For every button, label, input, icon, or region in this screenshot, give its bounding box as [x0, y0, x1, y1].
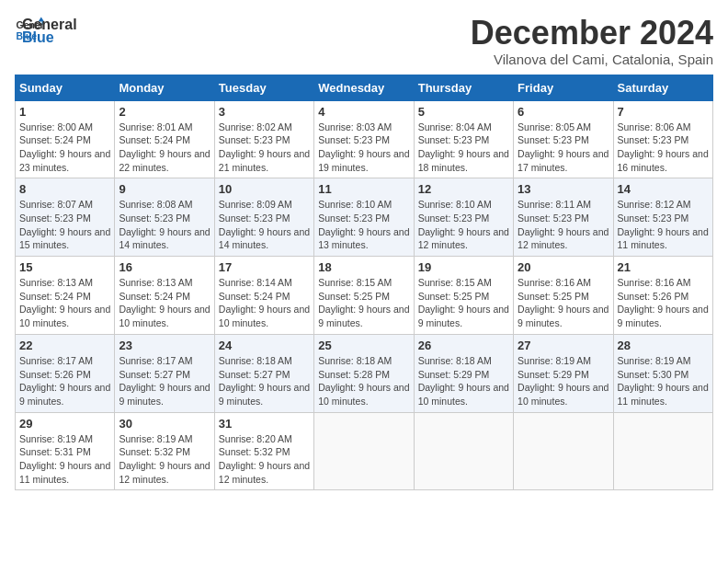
day-number: 20 — [518, 260, 609, 274]
header: General Blue General Blue December 2024 … — [15, 15, 713, 67]
calendar-cell: 4 Sunrise: 8:03 AM Sunset: 5:23 PM Dayli… — [314, 100, 414, 178]
day-info: Sunrise: 8:11 AM Sunset: 5:23 PM Dayligh… — [518, 198, 609, 252]
day-number: 12 — [418, 182, 509, 196]
day-number: 16 — [119, 260, 210, 274]
calendar-cell: 24 Sunrise: 8:18 AM Sunset: 5:27 PM Dayl… — [214, 334, 313, 412]
day-info: Sunrise: 8:03 AM Sunset: 5:23 PM Dayligh… — [318, 121, 409, 175]
day-number: 21 — [618, 260, 709, 274]
day-header-saturday: Saturday — [613, 75, 712, 100]
calendar-cell: 10 Sunrise: 8:09 AM Sunset: 5:23 PM Dayl… — [214, 178, 313, 257]
calendar-week-row: 29 Sunrise: 8:19 AM Sunset: 5:31 PM Dayl… — [16, 412, 713, 490]
month-title: December 2024 — [471, 15, 713, 52]
calendar-cell: 26 Sunrise: 8:18 AM Sunset: 5:29 PM Dayl… — [414, 334, 513, 412]
day-number: 15 — [19, 260, 110, 274]
calendar-cell — [414, 412, 513, 490]
day-number: 27 — [518, 339, 609, 352]
day-number: 18 — [318, 260, 409, 274]
day-number: 10 — [219, 182, 310, 196]
calendar-cell: 6 Sunrise: 8:05 AM Sunset: 5:23 PM Dayli… — [514, 100, 613, 178]
calendar-cell: 2 Sunrise: 8:01 AM Sunset: 5:24 PM Dayli… — [115, 100, 214, 178]
day-number: 17 — [219, 260, 310, 274]
day-number: 9 — [119, 182, 210, 196]
day-info: Sunrise: 8:16 AM Sunset: 5:25 PM Dayligh… — [518, 276, 609, 330]
calendar-cell: 11 Sunrise: 8:10 AM Sunset: 5:23 PM Dayl… — [314, 178, 414, 257]
day-info: Sunrise: 8:13 AM Sunset: 5:24 PM Dayligh… — [119, 276, 210, 330]
day-number: 3 — [219, 105, 310, 119]
calendar-week-row: 15 Sunrise: 8:13 AM Sunset: 5:24 PM Dayl… — [16, 257, 713, 335]
day-info: Sunrise: 8:17 AM Sunset: 5:27 PM Dayligh… — [119, 354, 210, 408]
day-info: Sunrise: 8:01 AM Sunset: 5:24 PM Dayligh… — [119, 121, 210, 175]
day-number: 8 — [19, 182, 110, 196]
day-info: Sunrise: 8:17 AM Sunset: 5:26 PM Dayligh… — [19, 354, 110, 408]
day-info: Sunrise: 8:19 AM Sunset: 5:31 PM Dayligh… — [19, 432, 110, 487]
day-info: Sunrise: 8:19 AM Sunset: 5:32 PM Dayligh… — [119, 432, 210, 487]
day-number: 23 — [119, 339, 210, 352]
day-info: Sunrise: 8:02 AM Sunset: 5:23 PM Dayligh… — [219, 121, 310, 175]
calendar-cell: 15 Sunrise: 8:13 AM Sunset: 5:24 PM Dayl… — [16, 257, 115, 335]
day-number: 4 — [318, 105, 409, 119]
day-header-sunday: Sunday — [16, 75, 115, 100]
day-info: Sunrise: 8:13 AM Sunset: 5:24 PM Dayligh… — [19, 276, 110, 330]
calendar-cell: 5 Sunrise: 8:04 AM Sunset: 5:23 PM Dayli… — [414, 100, 513, 178]
day-header-tuesday: Tuesday — [214, 75, 313, 100]
day-info: Sunrise: 8:04 AM Sunset: 5:23 PM Dayligh… — [418, 121, 509, 175]
day-number: 24 — [219, 339, 310, 352]
day-number: 11 — [318, 182, 409, 196]
calendar-cell: 28 Sunrise: 8:19 AM Sunset: 5:30 PM Dayl… — [613, 334, 712, 412]
day-number: 13 — [518, 182, 609, 196]
day-info: Sunrise: 8:18 AM Sunset: 5:29 PM Dayligh… — [418, 354, 509, 408]
calendar-cell — [613, 412, 712, 490]
calendar-cell: 16 Sunrise: 8:13 AM Sunset: 5:24 PM Dayl… — [115, 257, 214, 335]
calendar-cell: 25 Sunrise: 8:18 AM Sunset: 5:28 PM Dayl… — [314, 334, 414, 412]
day-number: 28 — [618, 339, 709, 352]
calendar-cell: 29 Sunrise: 8:19 AM Sunset: 5:31 PM Dayl… — [16, 412, 115, 490]
day-info: Sunrise: 8:06 AM Sunset: 5:23 PM Dayligh… — [618, 121, 709, 175]
calendar-cell: 14 Sunrise: 8:12 AM Sunset: 5:23 PM Dayl… — [613, 178, 712, 257]
day-header-monday: Monday — [115, 75, 214, 100]
calendar-week-row: 8 Sunrise: 8:07 AM Sunset: 5:23 PM Dayli… — [16, 178, 713, 257]
day-info: Sunrise: 8:20 AM Sunset: 5:32 PM Dayligh… — [219, 432, 310, 487]
day-info: Sunrise: 8:10 AM Sunset: 5:23 PM Dayligh… — [318, 198, 409, 252]
day-info: Sunrise: 8:19 AM Sunset: 5:29 PM Dayligh… — [518, 354, 609, 408]
calendar-table: SundayMondayTuesdayWednesdayThursdayFrid… — [15, 75, 713, 491]
calendar-header-row: SundayMondayTuesdayWednesdayThursdayFrid… — [16, 75, 713, 100]
day-number: 6 — [518, 105, 609, 119]
day-info: Sunrise: 8:08 AM Sunset: 5:23 PM Dayligh… — [119, 198, 210, 252]
day-info: Sunrise: 8:14 AM Sunset: 5:24 PM Dayligh… — [219, 276, 310, 330]
day-number: 26 — [418, 339, 509, 352]
day-info: Sunrise: 8:12 AM Sunset: 5:23 PM Dayligh… — [618, 198, 709, 252]
calendar-cell: 23 Sunrise: 8:17 AM Sunset: 5:27 PM Dayl… — [115, 334, 214, 412]
logo-line2: Blue — [22, 29, 54, 46]
day-number: 5 — [418, 105, 509, 119]
calendar-cell: 8 Sunrise: 8:07 AM Sunset: 5:23 PM Dayli… — [16, 178, 115, 257]
calendar-cell: 31 Sunrise: 8:20 AM Sunset: 5:32 PM Dayl… — [214, 412, 313, 490]
day-number: 2 — [119, 105, 210, 119]
calendar-cell: 9 Sunrise: 8:08 AM Sunset: 5:23 PM Dayli… — [115, 178, 214, 257]
logo: General Blue General Blue — [15, 15, 77, 46]
day-info: Sunrise: 8:10 AM Sunset: 5:23 PM Dayligh… — [418, 198, 509, 252]
day-info: Sunrise: 8:18 AM Sunset: 5:27 PM Dayligh… — [219, 354, 310, 408]
day-info: Sunrise: 8:05 AM Sunset: 5:23 PM Dayligh… — [518, 121, 609, 175]
day-number: 31 — [219, 417, 310, 431]
day-header-wednesday: Wednesday — [314, 75, 414, 100]
calendar-cell: 20 Sunrise: 8:16 AM Sunset: 5:25 PM Dayl… — [514, 257, 613, 335]
calendar-cell: 13 Sunrise: 8:11 AM Sunset: 5:23 PM Dayl… — [514, 178, 613, 257]
day-number: 1 — [19, 105, 110, 119]
calendar-cell: 18 Sunrise: 8:15 AM Sunset: 5:25 PM Dayl… — [314, 257, 414, 335]
calendar-week-row: 1 Sunrise: 8:00 AM Sunset: 5:24 PM Dayli… — [16, 100, 713, 178]
calendar-cell — [314, 412, 414, 490]
day-info: Sunrise: 8:00 AM Sunset: 5:24 PM Dayligh… — [19, 121, 110, 175]
day-info: Sunrise: 8:09 AM Sunset: 5:23 PM Dayligh… — [219, 198, 310, 252]
calendar-cell: 21 Sunrise: 8:16 AM Sunset: 5:26 PM Dayl… — [613, 257, 712, 335]
day-number: 29 — [19, 417, 110, 431]
calendar-cell: 17 Sunrise: 8:14 AM Sunset: 5:24 PM Dayl… — [214, 257, 313, 335]
day-number: 22 — [19, 339, 110, 352]
day-header-thursday: Thursday — [414, 75, 513, 100]
calendar-cell: 27 Sunrise: 8:19 AM Sunset: 5:29 PM Dayl… — [514, 334, 613, 412]
calendar-week-row: 22 Sunrise: 8:17 AM Sunset: 5:26 PM Dayl… — [16, 334, 713, 412]
day-info: Sunrise: 8:15 AM Sunset: 5:25 PM Dayligh… — [318, 276, 409, 330]
day-info: Sunrise: 8:18 AM Sunset: 5:28 PM Dayligh… — [318, 354, 409, 408]
calendar-cell — [514, 412, 613, 490]
day-number: 30 — [119, 417, 210, 431]
day-number: 19 — [418, 260, 509, 274]
